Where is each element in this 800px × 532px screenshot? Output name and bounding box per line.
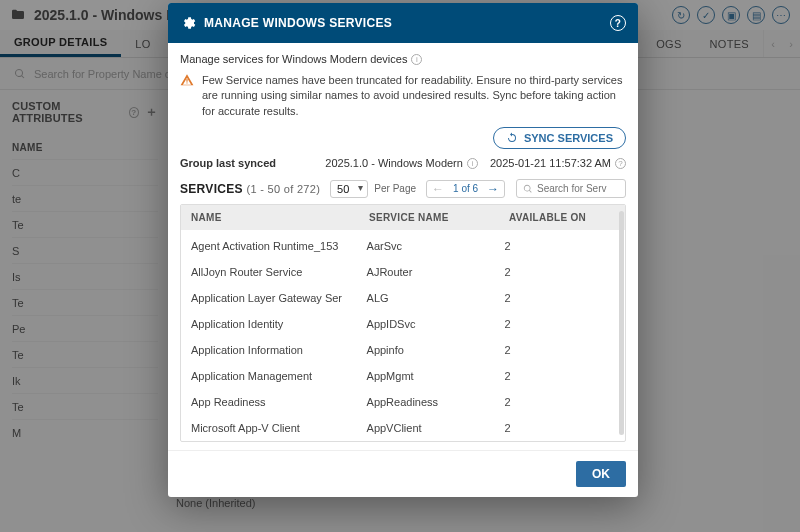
services-table: NAME SERVICE NAME AVAILABLE ON Agent Act… [180,204,626,442]
cell-service: AppReadiness [367,396,505,408]
cell-name: App Readiness [191,396,367,408]
cell-available: 2 [504,266,609,278]
per-page-label: Per Page [374,183,416,194]
group-info-icon[interactable]: i [467,158,478,169]
modal-warning-text: Few Service names have been truncated fo… [202,73,626,119]
gear-icon [180,15,196,31]
table-row[interactable]: AllJoyn Router ServiceAJRouter2 [181,259,619,285]
cell-available: 2 [504,370,609,382]
cell-available: 2 [504,396,609,408]
modal-title: MANAGE WINDOWS SERVICES [204,16,602,30]
cell-name: AllJoyn Router Service [191,266,367,278]
ts-info-icon[interactable]: ? [615,158,626,169]
sync-services-button[interactable]: SYNC SERVICES [493,127,626,149]
table-row[interactable]: Application InformationAppinfo2 [181,337,619,363]
warning-icon [180,73,194,119]
table-row[interactable]: Application ManagementAppMgmt2 [181,363,619,389]
th-name[interactable]: NAME [191,212,369,223]
table-row[interactable]: Application Layer Gateway SerALG2 [181,285,619,311]
modal-help-icon[interactable]: ? [610,15,626,31]
th-service-name[interactable]: SERVICE NAME [369,212,509,223]
scrollbar[interactable] [619,211,624,435]
cell-available: 2 [504,344,609,356]
group-name: 2025.1.0 - Windows Modern [325,157,463,169]
services-search-input[interactable] [537,183,607,194]
services-heading: SERVICES [180,182,243,196]
cell-available: 2 [504,292,609,304]
services-search[interactable] [516,179,626,198]
pager-next[interactable]: → [484,182,502,196]
pager: ← 1 of 6 → [426,180,505,198]
last-synced-label: Group last synced [180,157,276,169]
services-count: (1 - 50 of 272) [247,183,321,195]
cell-name: Microsoft App-V Client [191,422,367,434]
table-row[interactable]: App ReadinessAppReadiness2 [181,389,619,415]
sync-button-label: SYNC SERVICES [524,132,613,144]
cell-name: Application Layer Gateway Ser [191,292,367,304]
cell-service: Appinfo [367,344,505,356]
svg-point-0 [186,82,187,83]
cell-available: 2 [504,240,609,252]
pager-prev[interactable]: ← [429,182,447,196]
per-page-select[interactable]: 50 [330,180,368,198]
svg-rect-1 [186,79,187,82]
table-row[interactable]: Agent Activation Runtime_153AarSvc2 [181,233,619,259]
sync-icon [506,132,518,144]
cell-name: Application Information [191,344,367,356]
search-icon [523,184,533,194]
cell-service: AppVClient [367,422,505,434]
cell-available: 2 [504,318,609,330]
cell-service: AJRouter [367,266,505,278]
pager-text: 1 of 6 [449,183,482,194]
last-synced-ts: 2025-01-21 11:57:32 AM [490,157,611,169]
table-row[interactable]: Application IdentityAppIDSvc2 [181,311,619,337]
cell-service: AppMgmt [367,370,505,382]
ok-button[interactable]: OK [576,461,626,487]
modal-intro: Manage services for Windows Modern devic… [180,53,407,65]
intro-info-icon[interactable]: i [411,54,422,65]
cell-name: Application Identity [191,318,367,330]
cell-name: Agent Activation Runtime_153 [191,240,367,252]
th-available-on[interactable]: AVAILABLE ON [509,212,615,223]
manage-services-modal: MANAGE WINDOWS SERVICES ? Manage service… [168,3,638,497]
cell-name: Application Management [191,370,367,382]
cell-service: AppIDSvc [367,318,505,330]
cell-service: AarSvc [367,240,505,252]
cell-service: ALG [367,292,505,304]
cell-available: 2 [504,422,609,434]
table-row[interactable]: Microsoft App-V ClientAppVClient2 [181,415,619,441]
